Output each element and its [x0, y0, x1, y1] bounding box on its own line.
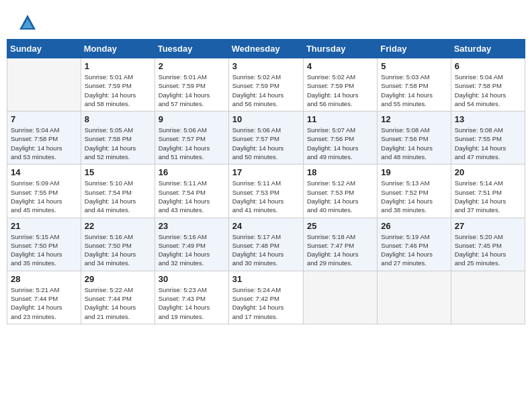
calendar-header-row: SundayMondayTuesdayWednesdayThursdayFrid…: [7, 40, 525, 58]
day-info: Sunrise: 5:08 AM Sunset: 7:56 PM Dayligh…: [381, 126, 447, 161]
day-info: Sunrise: 5:19 AM Sunset: 7:46 PM Dayligh…: [381, 232, 447, 268]
day-info: Sunrise: 5:15 AM Sunset: 7:50 PM Dayligh…: [11, 232, 77, 268]
calendar-cell: [7, 58, 81, 111]
calendar-cell: 6Sunrise: 5:04 AM Sunset: 7:58 PM Daylig…: [451, 58, 525, 111]
day-info: Sunrise: 5:05 AM Sunset: 7:58 PM Dayligh…: [85, 126, 151, 161]
calendar-cell: 29Sunrise: 5:22 AM Sunset: 7:44 PM Dayli…: [81, 271, 154, 324]
day-info: Sunrise: 5:22 AM Sunset: 7:44 PM Dayligh…: [85, 285, 151, 321]
calendar-cell: 9Sunrise: 5:06 AM Sunset: 7:57 PM Daylig…: [154, 111, 228, 165]
day-number: 29: [85, 274, 151, 284]
day-number: 27: [455, 221, 521, 231]
col-header-saturday: Saturday: [451, 40, 525, 58]
calendar-week-row: 7Sunrise: 5:04 AM Sunset: 7:58 PM Daylig…: [7, 111, 525, 165]
calendar-table: SundayMondayTuesdayWednesdayThursdayFrid…: [7, 39, 525, 324]
day-info: Sunrise: 5:11 AM Sunset: 7:53 PM Dayligh…: [232, 179, 300, 214]
day-number: 28: [11, 274, 77, 284]
day-info: Sunrise: 5:21 AM Sunset: 7:44 PM Dayligh…: [11, 285, 77, 321]
day-number: 31: [232, 274, 300, 284]
day-info: Sunrise: 5:14 AM Sunset: 7:51 PM Dayligh…: [455, 179, 521, 214]
day-number: 21: [11, 221, 77, 231]
day-number: 10: [232, 114, 300, 124]
day-number: 5: [381, 61, 447, 71]
day-number: 22: [85, 221, 151, 231]
calendar-cell: 1Sunrise: 5:01 AM Sunset: 7:59 PM Daylig…: [81, 58, 154, 111]
day-number: 12: [381, 114, 447, 124]
day-number: 13: [455, 114, 521, 124]
page-header: [7, 7, 525, 36]
day-number: 16: [159, 167, 225, 177]
day-info: Sunrise: 5:07 AM Sunset: 7:56 PM Dayligh…: [307, 126, 373, 161]
calendar-cell: 14Sunrise: 5:09 AM Sunset: 7:55 PM Dayli…: [7, 165, 81, 218]
day-number: 2: [159, 61, 225, 71]
day-number: 24: [232, 221, 300, 231]
calendar-cell: 5Sunrise: 5:03 AM Sunset: 7:58 PM Daylig…: [378, 58, 451, 111]
day-info: Sunrise: 5:16 AM Sunset: 7:49 PM Dayligh…: [159, 232, 225, 268]
calendar-cell: 8Sunrise: 5:05 AM Sunset: 7:58 PM Daylig…: [81, 111, 154, 165]
calendar-week-row: 28Sunrise: 5:21 AM Sunset: 7:44 PM Dayli…: [7, 271, 525, 324]
col-header-friday: Friday: [378, 40, 451, 58]
logo: [17, 13, 38, 32]
calendar-cell: 12Sunrise: 5:08 AM Sunset: 7:56 PM Dayli…: [378, 111, 451, 165]
day-number: 19: [381, 167, 447, 177]
calendar-cell: 11Sunrise: 5:07 AM Sunset: 7:56 PM Dayli…: [303, 111, 377, 165]
day-info: Sunrise: 5:04 AM Sunset: 7:58 PM Dayligh…: [11, 126, 77, 161]
day-number: 9: [159, 114, 225, 124]
day-info: Sunrise: 5:03 AM Sunset: 7:58 PM Dayligh…: [381, 73, 447, 108]
calendar-cell: 15Sunrise: 5:10 AM Sunset: 7:54 PM Dayli…: [81, 165, 154, 218]
day-info: Sunrise: 5:24 AM Sunset: 7:42 PM Dayligh…: [232, 285, 300, 321]
day-info: Sunrise: 5:10 AM Sunset: 7:54 PM Dayligh…: [85, 179, 151, 214]
day-info: Sunrise: 5:01 AM Sunset: 7:59 PM Dayligh…: [159, 73, 225, 108]
calendar-cell: 24Sunrise: 5:17 AM Sunset: 7:48 PM Dayli…: [228, 218, 303, 271]
day-number: 7: [11, 114, 77, 124]
calendar-cell: 21Sunrise: 5:15 AM Sunset: 7:50 PM Dayli…: [7, 218, 81, 271]
calendar-cell: [451, 271, 525, 324]
calendar-cell: 20Sunrise: 5:14 AM Sunset: 7:51 PM Dayli…: [451, 165, 525, 218]
day-info: Sunrise: 5:16 AM Sunset: 7:50 PM Dayligh…: [85, 232, 151, 268]
calendar-cell: 17Sunrise: 5:11 AM Sunset: 7:53 PM Dayli…: [228, 165, 303, 218]
day-info: Sunrise: 5:06 AM Sunset: 7:57 PM Dayligh…: [159, 126, 225, 161]
col-header-monday: Monday: [81, 40, 154, 58]
calendar-cell: 30Sunrise: 5:23 AM Sunset: 7:43 PM Dayli…: [154, 271, 228, 324]
calendar-cell: 28Sunrise: 5:21 AM Sunset: 7:44 PM Dayli…: [7, 271, 81, 324]
calendar-week-row: 1Sunrise: 5:01 AM Sunset: 7:59 PM Daylig…: [7, 58, 525, 111]
col-header-tuesday: Tuesday: [154, 40, 228, 58]
day-info: Sunrise: 5:20 AM Sunset: 7:45 PM Dayligh…: [455, 232, 521, 268]
day-info: Sunrise: 5:01 AM Sunset: 7:59 PM Dayligh…: [85, 73, 151, 108]
calendar-cell: 25Sunrise: 5:18 AM Sunset: 7:47 PM Dayli…: [303, 218, 377, 271]
day-info: Sunrise: 5:02 AM Sunset: 7:59 PM Dayligh…: [232, 73, 300, 108]
calendar-cell: 31Sunrise: 5:24 AM Sunset: 7:42 PM Dayli…: [228, 271, 303, 324]
day-number: 25: [307, 221, 373, 231]
day-number: 23: [159, 221, 225, 231]
day-info: Sunrise: 5:23 AM Sunset: 7:43 PM Dayligh…: [159, 285, 225, 321]
col-header-thursday: Thursday: [303, 40, 377, 58]
calendar-cell: 16Sunrise: 5:11 AM Sunset: 7:54 PM Dayli…: [154, 165, 228, 218]
day-info: Sunrise: 5:06 AM Sunset: 7:57 PM Dayligh…: [232, 126, 300, 161]
day-number: 26: [381, 221, 447, 231]
calendar-cell: 26Sunrise: 5:19 AM Sunset: 7:46 PM Dayli…: [378, 218, 451, 271]
calendar-cell: 13Sunrise: 5:08 AM Sunset: 7:55 PM Dayli…: [451, 111, 525, 165]
col-header-wednesday: Wednesday: [228, 40, 303, 58]
calendar-cell: 27Sunrise: 5:20 AM Sunset: 7:45 PM Dayli…: [451, 218, 525, 271]
day-info: Sunrise: 5:17 AM Sunset: 7:48 PM Dayligh…: [232, 232, 300, 268]
day-info: Sunrise: 5:11 AM Sunset: 7:54 PM Dayligh…: [159, 179, 225, 214]
day-number: 3: [232, 61, 300, 71]
calendar-cell: 7Sunrise: 5:04 AM Sunset: 7:58 PM Daylig…: [7, 111, 81, 165]
calendar-cell: 19Sunrise: 5:13 AM Sunset: 7:52 PM Dayli…: [378, 165, 451, 218]
calendar-week-row: 14Sunrise: 5:09 AM Sunset: 7:55 PM Dayli…: [7, 165, 525, 218]
day-info: Sunrise: 5:02 AM Sunset: 7:59 PM Dayligh…: [307, 73, 373, 108]
day-number: 11: [307, 114, 373, 124]
calendar-cell: 22Sunrise: 5:16 AM Sunset: 7:50 PM Dayli…: [81, 218, 154, 271]
calendar-cell: 18Sunrise: 5:12 AM Sunset: 7:53 PM Dayli…: [303, 165, 377, 218]
day-number: 20: [455, 167, 521, 177]
day-info: Sunrise: 5:12 AM Sunset: 7:53 PM Dayligh…: [307, 179, 373, 214]
day-number: 4: [307, 61, 373, 71]
day-number: 8: [85, 114, 151, 124]
day-number: 30: [159, 274, 225, 284]
day-number: 6: [455, 61, 521, 71]
calendar-cell: 23Sunrise: 5:16 AM Sunset: 7:49 PM Dayli…: [154, 218, 228, 271]
day-number: 15: [85, 167, 151, 177]
calendar-cell: 4Sunrise: 5:02 AM Sunset: 7:59 PM Daylig…: [303, 58, 377, 111]
calendar-week-row: 21Sunrise: 5:15 AM Sunset: 7:50 PM Dayli…: [7, 218, 525, 271]
day-info: Sunrise: 5:09 AM Sunset: 7:55 PM Dayligh…: [11, 179, 77, 214]
calendar-cell: 2Sunrise: 5:01 AM Sunset: 7:59 PM Daylig…: [154, 58, 228, 111]
